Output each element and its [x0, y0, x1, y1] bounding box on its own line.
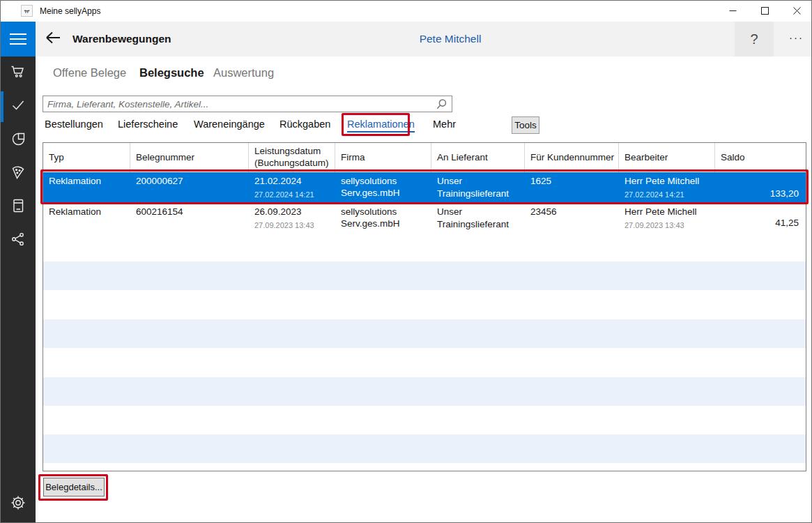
table-header-row: Typ Belegnummer Leistungsdatum (Buchungs… — [43, 143, 806, 172]
tab-belegsuche[interactable]: Belegsuche — [139, 66, 204, 79]
window-title: Meine sellyApps — [40, 6, 100, 16]
cell-typ: Reklamation — [49, 206, 130, 218]
pie-chart-icon — [10, 130, 26, 150]
cell-buchungsdatum: 27.02.2024 14:21 — [254, 190, 335, 199]
column-header-saldo[interactable]: Saldo — [715, 143, 806, 172]
search-box — [43, 96, 452, 112]
check-icon — [10, 97, 26, 116]
column-header-kundennummer[interactable]: Für Kundennummer — [525, 143, 619, 172]
table-empty-stripe — [43, 348, 806, 377]
filter-reklamationen[interactable]: Reklamationen — [347, 119, 415, 132]
column-header-typ[interactable]: Typ — [43, 143, 130, 172]
book-icon — [10, 197, 26, 217]
column-header-leistungsdatum[interactable]: Leistungsdatum (Buchungsdatum) — [249, 143, 335, 172]
cell-bearbeiter-datum: 27.02.2024 14:21 — [625, 190, 715, 199]
maximize-button[interactable] — [749, 1, 781, 22]
more-options-button[interactable]: ··· — [780, 22, 812, 56]
minimize-button[interactable] — [717, 1, 749, 22]
cell-typ: Reklamation — [49, 175, 130, 188]
hamburger-icon — [10, 33, 26, 35]
cell-belegnummer: 200000627 — [136, 175, 249, 188]
tools-button[interactable]: Tools — [512, 116, 539, 134]
sidebar-item-statistics[interactable] — [1, 123, 36, 157]
cell-firma: sellysolutions — [341, 175, 431, 188]
sidebar-item-share[interactable] — [1, 224, 36, 257]
back-arrow-icon — [45, 31, 61, 47]
cell-firma: sellysolutions — [341, 206, 431, 218]
pizza-slice-icon — [10, 164, 26, 183]
sidebar-item-settings[interactable] — [1, 487, 36, 521]
sidebar-item-tasks[interactable] — [1, 90, 36, 123]
cell-belegnummer: 600216154 — [136, 206, 249, 218]
filter-wareneingaenge[interactable]: Wareneingänge — [194, 119, 265, 130]
sidebar-item-cart[interactable] — [1, 56, 36, 90]
tab-auswertung[interactable]: Auswertung — [213, 66, 274, 79]
belegdetails-button[interactable]: Belegdetails... — [43, 478, 105, 497]
column-header-bearbeiter[interactable]: Bearbeiter — [619, 143, 715, 172]
table-empty-stripe — [43, 262, 806, 290]
close-button[interactable] — [781, 1, 812, 22]
filter-rueckgaben[interactable]: Rückgaben — [279, 119, 330, 130]
column-header-belegnummer[interactable]: Belegnummer — [130, 143, 249, 172]
documents-table: Typ Belegnummer Leistungsdatum (Buchungs… — [43, 142, 806, 471]
table-empty-stripe — [43, 406, 806, 434]
column-header-firma[interactable]: Firma — [335, 143, 431, 172]
app-window: w Meine sellyApps — [0, 0, 812, 523]
maximize-icon — [761, 5, 769, 17]
cell-bearbeiter: Herr Pete Mitchell — [625, 175, 715, 188]
cell-leistungsdatum: 21.02.2024 — [254, 175, 335, 188]
table-empty-stripe — [43, 463, 806, 471]
table-row[interactable]: Reklamation 600216154 26.09.2023 27.09.2… — [43, 203, 806, 232]
filter-mehr[interactable]: Mehr — [433, 119, 456, 130]
app-logo-icon: w — [21, 5, 33, 17]
filter-bestellungen[interactable]: Bestellungen — [45, 119, 103, 130]
app-header: Warenbewegungen Pete Mitchell ? ··· — [36, 22, 812, 56]
cell-kundennummer: 1625 — [530, 175, 619, 188]
cell-an-lieferant: Unser Trainingslieferant — [437, 206, 525, 231]
close-icon — [793, 5, 801, 17]
title-bar: w Meine sellyApps — [1, 1, 812, 22]
help-button[interactable]: ? — [735, 22, 774, 56]
page-title: Warenbewegungen — [72, 22, 171, 56]
cell-an-lieferant: Unser Trainingslieferant — [437, 175, 525, 200]
cell-kundennummer: 23456 — [530, 206, 619, 218]
hamburger-menu-button[interactable] — [1, 22, 36, 56]
table-empty-stripe — [43, 377, 806, 406]
cell-saldo: 133,20 — [770, 188, 799, 199]
search-icon[interactable] — [436, 98, 447, 113]
user-name[interactable]: Pete Mitchell — [363, 22, 537, 56]
gear-icon — [10, 494, 26, 514]
sidebar-item-catalog[interactable] — [1, 190, 36, 224]
cart-icon — [10, 63, 26, 83]
share-network-icon — [10, 231, 26, 250]
table-empty-stripe — [43, 290, 806, 319]
back-button[interactable] — [41, 29, 65, 49]
cell-bearbeiter-datum: 27.09.2023 13:43 — [625, 220, 715, 230]
cell-buchungsdatum: 27.09.2023 13:43 — [254, 220, 335, 230]
table-empty-stripe — [43, 319, 806, 348]
search-input[interactable] — [43, 96, 434, 112]
cell-bearbeiter: Herr Pete Michell — [625, 206, 715, 218]
cell-saldo: 41,25 — [775, 218, 799, 228]
table-empty-stripe — [43, 232, 806, 262]
minimize-icon — [729, 5, 737, 17]
table-row-selected[interactable]: Reklamation 200000627 21.02.2024 27.02.2… — [43, 172, 806, 203]
selected-indicator — [1, 91, 3, 122]
filter-lieferscheine[interactable]: Lieferscheine — [118, 119, 178, 130]
sidebar-item-pizza[interactable] — [1, 157, 36, 190]
sidebar — [1, 22, 36, 523]
table-empty-stripe — [43, 434, 806, 463]
cell-leistungsdatum: 26.09.2023 — [254, 206, 335, 218]
tab-offene-belege[interactable]: Offene Belege — [53, 66, 126, 79]
column-header-an-lieferant[interactable]: An Lieferant — [431, 143, 525, 172]
